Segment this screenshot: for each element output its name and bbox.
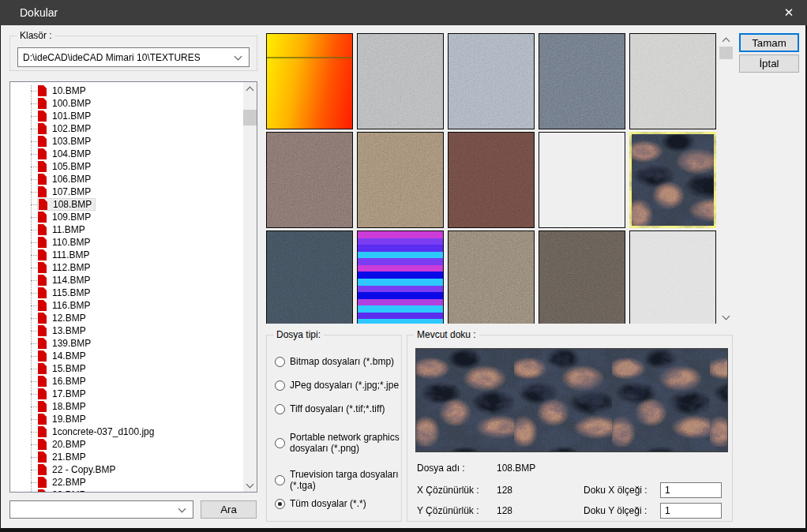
texture-tile-tan-granite[interactable] (357, 132, 444, 228)
file-name: 111.BMP (52, 249, 90, 260)
texture-tile-blue-stripes[interactable] (357, 230, 444, 324)
file-icon (39, 199, 47, 210)
scroll-up-icon[interactable] (243, 82, 257, 96)
file-name: 102.BMP (52, 123, 91, 134)
tree-item-content: 23.BMP (37, 489, 89, 493)
file-icon (38, 313, 47, 324)
tree-item[interactable]: 110.BMP (10, 236, 243, 249)
tree-item[interactable]: 10.BMP (10, 84, 243, 97)
tree-item-content: 102.BMP (37, 122, 94, 135)
tree-item-content: 20.BMP (37, 438, 89, 451)
tree-item[interactable]: 101.BMP (10, 110, 243, 122)
tree-connector (31, 242, 37, 243)
close-icon[interactable]: ✕ (771, 0, 807, 25)
file-type-option[interactable]: Truevision targa dosyaları (*.tga) (275, 470, 400, 492)
tree-item[interactable]: 109.BMP (10, 211, 243, 223)
tree-item-content: 18.BMP (37, 400, 89, 413)
tree-item-content: 16.BMP (37, 375, 89, 388)
tree-item[interactable]: 139.BMP (10, 337, 243, 350)
scroll-down-icon[interactable] (243, 478, 257, 492)
titlebar: Dokular ✕ (0, 0, 807, 25)
file-type-option[interactable]: Tüm dosyalar (*.*) (275, 499, 400, 510)
tree-item[interactable]: 12.BMP (10, 312, 243, 324)
tree-connector (31, 230, 37, 230)
texture-tile-gray-granite[interactable] (357, 33, 444, 129)
tree-item[interactable]: 17.BMP (10, 388, 243, 400)
texture-tile-taupe-stone[interactable] (448, 230, 535, 324)
radio-icon[interactable] (275, 438, 285, 448)
tree-item[interactable]: 106.BMP (10, 173, 243, 185)
tree-item[interactable]: 19.BMP (10, 413, 243, 425)
tree-item[interactable]: 13.BMP (10, 324, 243, 337)
radio-icon[interactable] (275, 357, 285, 367)
texture-tile-darkbrown-stone[interactable] (539, 230, 625, 324)
tree-item[interactable]: 23.BMP (10, 489, 243, 493)
file-icon (38, 249, 47, 260)
tree-item[interactable]: 115.BMP (10, 287, 243, 299)
file-list-scrollbar[interactable] (243, 82, 257, 492)
tree-item[interactable]: 105.BMP (10, 160, 243, 173)
search-button[interactable]: Ara (201, 500, 257, 519)
cancel-button[interactable]: İptal (739, 54, 799, 73)
file-tree[interactable]: 10.BMP100.BMP101.BMP102.BMP103.BMP104.BM… (9, 81, 257, 493)
tree-item[interactable]: 100.BMP (10, 97, 243, 110)
tree-item[interactable]: 16.BMP (10, 375, 243, 388)
tree-item[interactable]: 11.BMP (10, 223, 243, 236)
texture-tile-white-marble[interactable] (539, 132, 625, 228)
radio-icon[interactable] (275, 380, 285, 391)
search-input[interactable] (10, 501, 179, 518)
tree-item[interactable]: 20.BMP (10, 438, 243, 451)
tree-item[interactable]: 107.BMP (10, 185, 243, 198)
scrollbar-thumb[interactable] (243, 110, 257, 126)
tree-item-selected-highlight: 108.BMP (37, 198, 96, 211)
file-type-option[interactable]: JPeg dosyaları (*.jpg;*.jpe (275, 380, 400, 392)
xscale-input[interactable] (660, 482, 722, 498)
texture-grid-scrollbar[interactable] (719, 33, 733, 324)
tree-item[interactable]: 22 - Copy.BMP (10, 463, 243, 476)
radio-icon[interactable] (275, 475, 285, 485)
file-name: 11.BMP (52, 224, 85, 235)
tree-item[interactable]: 114.BMP (10, 274, 243, 287)
texture-tile-dark-blue-granite[interactable] (266, 230, 353, 324)
tree-item-content: 109.BMP (37, 211, 94, 223)
chevron-down-icon (235, 52, 242, 60)
file-type-option[interactable]: Bitmap dosyaları (*.bmp) (275, 357, 400, 368)
radio-icon[interactable] (275, 404, 285, 414)
radio-selected-icon[interactable] (275, 499, 285, 509)
tree-item[interactable]: 1concrete-037_d100.jpg (10, 425, 243, 438)
file-icon (38, 439, 47, 450)
texture-tile-brown-granite[interactable] (266, 132, 353, 228)
tree-item[interactable]: 108.BMP (10, 198, 243, 211)
yscale-input[interactable] (660, 503, 722, 519)
texture-tile-dark-marble[interactable] (629, 132, 716, 228)
tree-item[interactable]: 116.BMP (10, 299, 243, 312)
file-icon (38, 388, 47, 399)
tree-item[interactable]: 22.BMP (10, 476, 243, 489)
tree-item[interactable]: 14.BMP (10, 350, 243, 362)
texture-tile-dark-slate-granite[interactable] (539, 33, 625, 129)
tree-connector (31, 167, 37, 167)
scroll-down-icon[interactable] (719, 310, 733, 324)
tree-item[interactable]: 104.BMP (10, 148, 243, 160)
tree-item[interactable]: 112.BMP (10, 261, 243, 274)
tree-item[interactable]: 103.BMP (10, 135, 243, 148)
tree-item[interactable]: 18.BMP (10, 400, 243, 413)
texture-tile-blue-gray-granite[interactable] (448, 33, 535, 129)
tree-item[interactable]: 111.BMP (10, 249, 243, 261)
window-border-left (0, 25, 1, 532)
scroll-up-icon[interactable] (719, 33, 733, 47)
ok-button[interactable]: Tamam (739, 33, 799, 52)
texture-tile-white-noise[interactable] (629, 230, 716, 324)
tree-item[interactable]: 21.BMP (10, 451, 243, 463)
tree-item[interactable]: 102.BMP (10, 122, 243, 135)
scrollbar-thumb[interactable] (719, 47, 733, 59)
file-type-option[interactable]: Portable network graphics dosyaları (*.p… (275, 433, 400, 455)
tree-item-content: 107.BMP (37, 185, 94, 198)
file-type-option[interactable]: Tiff dosyaları (*.tif;*.tiff) (275, 404, 400, 415)
texture-tile-light-gray-granite[interactable] (629, 33, 716, 129)
tree-item[interactable]: 15.BMP (10, 362, 243, 375)
search-combo[interactable] (9, 500, 193, 519)
texture-tile-fire-gradient[interactable] (266, 33, 353, 129)
folder-path-combo[interactable]: D:\ideCAD\ideCAD Mimari 10\TEXTURES (17, 47, 250, 67)
texture-tile-redbrown-granite[interactable] (448, 132, 535, 228)
